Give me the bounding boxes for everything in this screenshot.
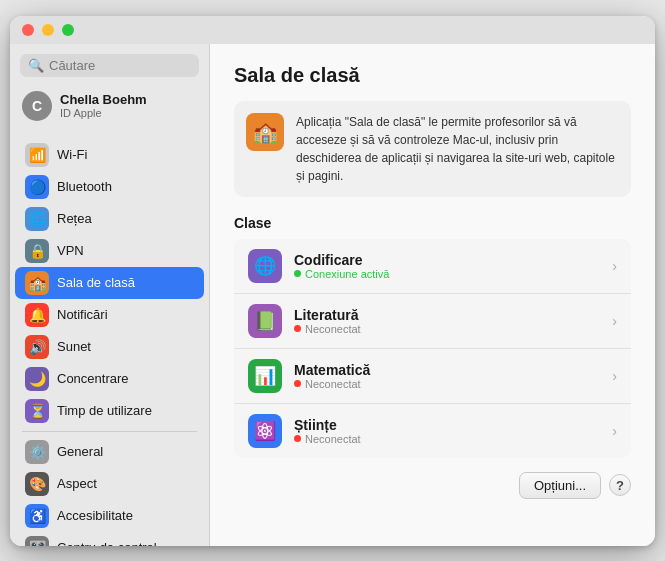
sunet-label: Sunet bbox=[57, 339, 91, 354]
sidebar-item-general[interactable]: ⚙️General bbox=[15, 436, 204, 468]
bottom-bar: Opțiuni... ? bbox=[234, 472, 631, 499]
matematica-status: Neconectat bbox=[294, 378, 600, 390]
notificari-label: Notificări bbox=[57, 307, 108, 322]
literatura-name: Literatură bbox=[294, 307, 600, 323]
search-icon: 🔍 bbox=[28, 58, 44, 73]
classes-list: 🌐CodificareConexiune activă›📗LiteraturăN… bbox=[234, 239, 631, 458]
sala-icon: 🏫 bbox=[25, 271, 49, 295]
titlebar bbox=[10, 16, 655, 44]
sidebar-item-vpn[interactable]: 🔒VPN bbox=[15, 235, 204, 267]
stiinte-name: Științe bbox=[294, 417, 600, 433]
bluetooth-icon: 🔵 bbox=[25, 175, 49, 199]
codificare-status-dot bbox=[294, 270, 301, 277]
sidebar: 🔍 C Chella Boehm ID Apple 📶Wi-Fi🔵Bluetoo… bbox=[10, 44, 210, 546]
sidebar-item-concentrare[interactable]: 🌙Concentrare bbox=[15, 363, 204, 395]
codificare-icon: 🌐 bbox=[248, 249, 282, 283]
sidebar-items-container: 📶Wi-Fi🔵Bluetooth🌐Rețea🔒VPN🏫Sala de clasă… bbox=[10, 139, 209, 546]
main-panel: Sala de clasă 🏫 Aplicația "Sala de clasă… bbox=[210, 44, 655, 546]
maximize-button[interactable] bbox=[62, 24, 74, 36]
codificare-status-text: Conexiune activă bbox=[305, 268, 389, 280]
search-input[interactable] bbox=[49, 58, 191, 73]
sidebar-item-sala[interactable]: 🏫Sala de clasă bbox=[15, 267, 204, 299]
sidebar-item-sunet[interactable]: 🔊Sunet bbox=[15, 331, 204, 363]
centru-label: Centru de control bbox=[57, 540, 157, 546]
timp-label: Timp de utilizare bbox=[57, 403, 152, 418]
avatar: C bbox=[22, 91, 52, 121]
close-button[interactable] bbox=[22, 24, 34, 36]
literatura-status-text: Neconectat bbox=[305, 323, 361, 335]
page-title: Sala de clasă bbox=[234, 64, 631, 87]
retea-icon: 🌐 bbox=[25, 207, 49, 231]
bluetooth-label: Bluetooth bbox=[57, 179, 112, 194]
literatura-chevron: › bbox=[612, 313, 617, 329]
sidebar-item-wifi[interactable]: 📶Wi-Fi bbox=[15, 139, 204, 171]
literatura-icon: 📗 bbox=[248, 304, 282, 338]
matematica-name: Matematică bbox=[294, 362, 600, 378]
general-icon: ⚙️ bbox=[25, 440, 49, 464]
stiinte-status-text: Neconectat bbox=[305, 433, 361, 445]
matematica-status-dot bbox=[294, 380, 301, 387]
general-label: General bbox=[57, 444, 103, 459]
banner-icon: 🏫 bbox=[246, 113, 284, 151]
timp-icon: ⏳ bbox=[25, 399, 49, 423]
stiinte-status-dot bbox=[294, 435, 301, 442]
sidebar-item-retea[interactable]: 🌐Rețea bbox=[15, 203, 204, 235]
sidebar-item-centru[interactable]: 🎛️Centru de control bbox=[15, 532, 204, 546]
sidebar-item-aspect[interactable]: 🎨Aspect bbox=[15, 468, 204, 500]
sidebar-item-timp[interactable]: ⏳Timp de utilizare bbox=[15, 395, 204, 427]
vpn-label: VPN bbox=[57, 243, 84, 258]
centru-icon: 🎛️ bbox=[25, 536, 49, 546]
literatura-status: Neconectat bbox=[294, 323, 600, 335]
classes-title: Clase bbox=[234, 215, 631, 231]
codificare-status: Conexiune activă bbox=[294, 268, 600, 280]
divider-2 bbox=[22, 431, 197, 432]
retea-label: Rețea bbox=[57, 211, 92, 226]
codificare-name: Codificare bbox=[294, 252, 600, 268]
matematica-chevron: › bbox=[612, 368, 617, 384]
options-button[interactable]: Opțiuni... bbox=[519, 472, 601, 499]
stiinte-chevron: › bbox=[612, 423, 617, 439]
sidebar-item-accesibilitate[interactable]: ♿Accesibilitate bbox=[15, 500, 204, 532]
sidebar-item-bluetooth[interactable]: 🔵Bluetooth bbox=[15, 171, 204, 203]
stiinte-icon: ⚛️ bbox=[248, 414, 282, 448]
codificare-chevron: › bbox=[612, 258, 617, 274]
search-box[interactable]: 🔍 bbox=[20, 54, 199, 77]
main-window: 🔍 C Chella Boehm ID Apple 📶Wi-Fi🔵Bluetoo… bbox=[10, 16, 655, 546]
wifi-label: Wi-Fi bbox=[57, 147, 87, 162]
class-item-codificare[interactable]: 🌐CodificareConexiune activă› bbox=[234, 239, 631, 294]
accesibilitate-label: Accesibilitate bbox=[57, 508, 133, 523]
info-banner: 🏫 Aplicația "Sala de clasă" le permite p… bbox=[234, 101, 631, 197]
banner-text: Aplicația "Sala de clasă" le permite pro… bbox=[296, 113, 619, 185]
user-profile[interactable]: C Chella Boehm ID Apple bbox=[10, 87, 209, 125]
literatura-status-dot bbox=[294, 325, 301, 332]
user-name: Chella Boehm bbox=[60, 92, 147, 107]
minimize-button[interactable] bbox=[42, 24, 54, 36]
wifi-icon: 📶 bbox=[25, 143, 49, 167]
class-item-matematica[interactable]: 📊MatematicăNeconectat› bbox=[234, 349, 631, 404]
concentrare-icon: 🌙 bbox=[25, 367, 49, 391]
class-item-stiinte[interactable]: ⚛️ȘtiințeNeconectat› bbox=[234, 404, 631, 458]
aspect-icon: 🎨 bbox=[25, 472, 49, 496]
content-area: 🔍 C Chella Boehm ID Apple 📶Wi-Fi🔵Bluetoo… bbox=[10, 44, 655, 546]
stiinte-status: Neconectat bbox=[294, 433, 600, 445]
class-item-literatura[interactable]: 📗LiteraturăNeconectat› bbox=[234, 294, 631, 349]
sunet-icon: 🔊 bbox=[25, 335, 49, 359]
matematica-icon: 📊 bbox=[248, 359, 282, 393]
matematica-status-text: Neconectat bbox=[305, 378, 361, 390]
vpn-icon: 🔒 bbox=[25, 239, 49, 263]
sidebar-item-notificari[interactable]: 🔔Notificări bbox=[15, 299, 204, 331]
notificari-icon: 🔔 bbox=[25, 303, 49, 327]
sala-label: Sala de clasă bbox=[57, 275, 135, 290]
help-button[interactable]: ? bbox=[609, 474, 631, 496]
user-subtitle: ID Apple bbox=[60, 107, 147, 119]
aspect-label: Aspect bbox=[57, 476, 97, 491]
accesibilitate-icon: ♿ bbox=[25, 504, 49, 528]
concentrare-label: Concentrare bbox=[57, 371, 129, 386]
